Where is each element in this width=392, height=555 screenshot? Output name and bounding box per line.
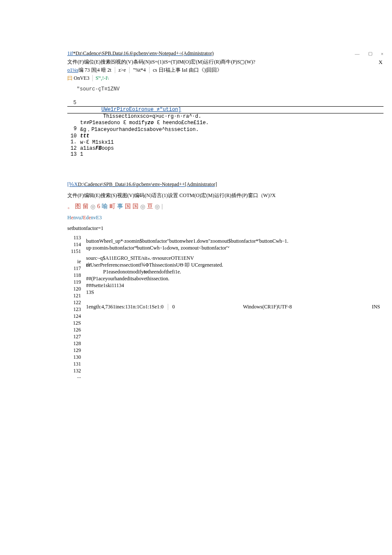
line-number: 13 [67,151,80,157]
notepad-window-1: 1if*Dz\Cadence\SPB.Data\16.6\pcbenv\env·… [67,50,383,157]
close-button[interactable]: × [381,51,383,56]
toolbar-icon[interactable]: 国 [133,203,138,210]
line-number: 120 [67,285,81,292]
code-line: a1iasFBoops [80,145,383,151]
code-lines: Thissectionxsco=q>uc·rg·n·ra^·d. t≠≠P1ea… [67,113,383,157]
toolbar-group-b[interactable]: 编 73 国|4 暗 2t [78,67,112,73]
code-line: up·zoomin‹buttonfactor'ªbuttonCwh··1₀dow… [86,244,383,251]
code-line: &g，P1aceyourhanded1csabove^h±ssection. [80,126,383,133]
editor-content: buttonWheeI_up*·zoomin$buttonfactor"butt… [86,234,383,381]
tab-bar[interactable]: HenvuJEdenvE3 [67,215,383,221]
minimize-button[interactable]: — [355,51,360,56]
tab-bar: 曰 OnVE3 │ S'º,!-I\ [67,75,383,82]
line-number: ··· [67,374,81,381]
toolbar-group-a[interactable]: o1¼s [67,67,78,73]
line-number: 1151 [67,248,81,255]
line-number: 131 [67,360,81,367]
line-number: 124 [67,313,81,320]
code-line: ###sette1ski11134 [86,282,383,289]
separator-icon: │ [113,67,117,73]
code-line: "sourc-çT≡1ZNV [67,86,383,92]
line-number: 118 [67,272,81,279]
status-encoding: Windows(CR1F)UTF-8 [243,303,292,310]
title-path: *Dz\Cadence\SPB.Data\16.6\pcbenv\env·Not… [73,50,213,56]
toolbar-icon[interactable]: 国 [125,203,131,210]
toolbar-icon[interactable]: 6 [97,203,100,210]
menu-bar[interactable]: 文件(F)编辑(E)搜索(S)视图(V)编码(N)语言(1)设置 COTM(O)… [67,192,383,199]
section-header: UWe1rPiroEoironue ≠"ution] [67,106,383,113]
title-link[interactable]: 1if [67,50,73,56]
code-line: t≠≠P1easedono ℇ modifyzo ℇ heendo£che£11… [80,119,383,126]
gutter: 113 114 1151 ie 117 118 119 120 121 122 … [67,234,86,381]
menu-items[interactable]: 文件(F)编位(E)搜素⑸视的(V)条码(N)iS=(1)iS=(T)IM(O)… [67,58,255,66]
code-line [86,296,383,302]
code-line: ttt [80,133,383,139]
line-number: 119 [67,279,81,285]
line-number: 114 [67,241,81,248]
editor-body[interactable]: "sourc-çT≡1ZNV 5 UWe1rPiroEoironue ≠"uti… [67,86,383,157]
title-prefix: [⅟₀X [67,181,78,187]
line-number: ie [67,258,81,265]
code-first-line: setbuttonfactor=1 [67,225,383,232]
tab-close-x[interactable]: X [379,59,383,66]
tab-2[interactable]: S'º,!-I\ [95,75,109,81]
toolbar-icon[interactable]: ◎ [140,203,145,210]
toolbar-group-d[interactable]: "%t*4 [133,67,146,73]
title-bar: 1if*Dz\Cadence\SPB.Data\16.6\pcbenv\env·… [67,50,383,57]
toolbar: o1¼s编 73 国|4 暗 2t│z>e│"%t*4│cs 日I福上事 IaI… [67,67,383,74]
code-line: 13S [86,289,383,296]
window-title: 1if*Dz\Cadence\SPB.Data\16.6\pcbenv\env·… [67,50,214,57]
toolbar-group-e[interactable]: cs 日I福上事 IaI 由口《)|回回》 [153,67,222,73]
line-number: 10 [67,133,80,139]
line-number: 129 [67,347,81,354]
line-number: 121 [67,292,81,299]
toolbar-icon[interactable]: 亘 [147,203,153,210]
code-line: titUserPreferencessectiontf¾ΦThissection… [86,262,383,268]
code-line: sourc·-q$A11EGRO_SITE/sit«.·nvsourceOTE1… [86,255,383,262]
status-mode: INS [372,303,380,310]
line-number: 1. [67,139,80,145]
toolbar-icon[interactable]: ◎ [155,203,160,210]
toolbar-icon[interactable]: 喻 [102,203,108,210]
line-number: 122 [67,299,81,306]
line-number: 126 [67,326,81,333]
code-line: P1easedonotmodifytotheendofthefi1e. [86,268,383,275]
line-number: 9 [67,126,80,133]
editor-body[interactable]: 113 114 1151 ie 117 118 119 120 121 122 … [67,234,383,381]
toolbar-icon[interactable]: 事 [117,203,123,210]
status-sel: 0 [172,303,175,310]
window-title: [⅟₀XD:\Cadence\SPB_Data\16.6\pcbenv\env-… [67,181,383,188]
line-number: 130 [67,354,81,360]
separator-icon: │ [166,303,170,310]
maximize-button[interactable]: ▢ [368,51,372,56]
line-number: 132 [67,367,81,374]
line-number [67,119,80,126]
toolbar-icon[interactable]: ◎ [90,203,95,210]
line-number: 127 [67,333,81,340]
tab-e: e [71,215,73,221]
separator-icon: | [161,203,163,210]
code-line: ##(P1aceyourhandeditsabovethissection. [86,275,383,282]
line-number: 12 [67,145,80,151]
separator-icon: │ [147,67,151,73]
code-line: 1 [80,151,383,157]
toolbar-icon[interactable]: 町 [110,203,115,210]
code-line: buttonWheeI_up*·zoomin$buttonfactor"butt… [86,234,383,244]
notepad-window-2: [⅟₀XD:\Cadence\SPB_Data\16.6\pcbenv\env-… [67,181,383,381]
toolbar-icon[interactable]: 图 [75,203,81,210]
title-path: D:\Cadence\SPB_Data\16.6\pcbenv\env-Note… [78,181,217,187]
toolbar: 。 图 留 ◎ 6 喻 町 事 国 国 ◎ 亘 ◎ | [67,203,383,210]
code-line: Thissectionxsco=q>uc·rg·n·ra^·d. [80,113,383,119]
toolbar-icon[interactable]: 留 [83,203,89,210]
menu-bar: 文件(F)编位(E)搜素⑸视的(V)条码(N)iS=(1)iS=(T)IM(O)… [67,58,383,66]
tab-1[interactable]: OnVE3 [74,75,89,81]
toolbar-group-c[interactable]: z>e [118,67,126,73]
tab-icon: 曰 [67,75,72,81]
window-controls: — ▢ × [355,51,383,56]
separator-icon: │ [127,67,131,73]
line-number-5: 5 [67,100,383,106]
line-number: 12S [67,320,81,326]
status-length: 1ength:4,7361ines:131n:1Co1:1Se1:0 [86,303,164,310]
toolbar-icon[interactable]: 。 [67,203,73,210]
status-bar: 1ength:4,7361ines:131n:1Co1:1Se1:0 │ 0 W… [86,303,383,310]
